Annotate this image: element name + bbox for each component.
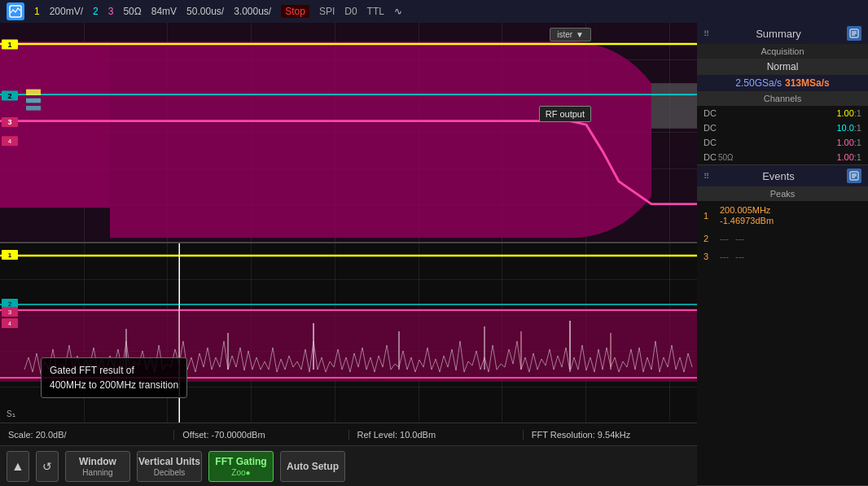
upper-waveforms-svg: 1 2 3 4 — [0, 23, 697, 242]
trigger-label: ister — [557, 30, 572, 39]
d0-label: D0 — [344, 6, 357, 17]
events-doc-icon[interactable] — [847, 169, 861, 183]
auto-setup-button[interactable]: Auto Setup — [280, 451, 345, 482]
mode-label[interactable]: Stop — [281, 5, 309, 18]
svg-rect-2 — [651, 83, 697, 129]
ch3-row: DC 1.00 :1 — [697, 135, 868, 150]
ch3-probe-val: 1.00 — [836, 138, 853, 147]
peak3-dash2: --- — [735, 252, 744, 261]
svg-text:2: 2 — [8, 300, 12, 308]
vert-units-button[interactable]: Vertical Units Decibels — [137, 451, 202, 482]
ch1-row: DC 1.00 :1 — [697, 106, 868, 120]
ch1-coupling: DC — [704, 108, 717, 118]
svg-text:2: 2 — [7, 92, 11, 100]
fft-annotation-line1: Gated FFT result of — [50, 365, 134, 376]
ch4-probe-unit: :1 — [854, 152, 861, 162]
ch3-probe-unit: :1 — [854, 138, 861, 147]
svg-text:1: 1 — [8, 252, 12, 259]
fft-res-label: FFT Resolution: 9.54kHz — [532, 430, 630, 440]
svg-rect-3 — [26, 90, 41, 95]
fft-annotation: Gated FFT result of 400MHz to 200MHz tra… — [41, 357, 187, 398]
acquisition-mode: Normal — [697, 59, 868, 75]
ch2-row: DC 10.0 :1 — [697, 120, 868, 135]
chevron-down-icon: ▼ — [576, 30, 584, 39]
ch2-probe-val: 10.0 — [836, 123, 853, 133]
peak2-dash: --- — [720, 234, 729, 243]
peak-row-2: 2 --- --- — [697, 230, 868, 247]
ch4-probe-val: 1.00 — [836, 152, 853, 162]
svg-rect-4 — [26, 99, 41, 103]
ch3-coupling: DC — [704, 138, 717, 147]
window-title: Window — [79, 456, 116, 467]
vert-units-title: Vertical Units — [138, 456, 200, 467]
ch2-coupling: DC — [704, 123, 717, 133]
nav-up-button[interactable]: ▲ — [7, 451, 29, 482]
peak-row-1: 1 200.005MHz -1.46973dBm — [697, 201, 868, 230]
ch4-impedance: 50Ω — [718, 153, 734, 162]
svg-text:4: 4 — [8, 321, 11, 326]
upper-waveform-pane[interactable]: 1 2 3 4 ister ▼ RF output — [0, 23, 697, 243]
ch4-row: DC 50Ω 1.00 :1 — [697, 150, 868, 164]
events-drag-handle: ⠿ — [704, 172, 710, 181]
ch4-coupling: DC — [704, 152, 717, 162]
events-section: ⠿ Events Peaks 1 200.005MHz -1.46973dBm … — [697, 165, 868, 486]
summary-drag-handle: ⠿ — [704, 29, 710, 38]
acquisition-label: Acquisition — [761, 46, 804, 56]
fft-gating-title: FFT Gating — [215, 456, 266, 467]
ch3-label: 3 — [108, 6, 114, 17]
summary-section: ⠿ Summary Acquisition Normal 2.50GSa/s 3… — [697, 23, 868, 165]
offset-section: Offset: -70.0000dBm — [174, 430, 349, 440]
fft-gating-sub: Zoo● — [231, 468, 250, 477]
time-div-label: 50.00us/ — [186, 6, 224, 17]
acquisition-rate1: 2.50GSa/s — [735, 77, 782, 89]
ch1-volt: 200mV/ — [50, 6, 83, 17]
peak1-freq: 200.005MHz — [720, 205, 774, 215]
scale-label: Scale: 20.0dB/ — [8, 430, 67, 440]
acquisition-row: Acquisition — [697, 44, 868, 59]
peak3-dash: --- — [720, 252, 729, 261]
ref-level-section: Ref Level: 10.0dBm — [349, 430, 524, 440]
offset-label: Offset: -70.0000dBm — [182, 430, 265, 440]
summary-header: ⠿ Summary — [697, 23, 868, 44]
trig-time-label: 3.000us/ — [234, 6, 271, 17]
main-content: 1 2 3 4 ister ▼ RF output — [0, 23, 868, 486]
spi-label: SPI — [319, 6, 335, 17]
voltage-label: 84mV — [151, 6, 177, 17]
peak2-dash2: --- — [735, 234, 744, 243]
fft-annotation-line2: 400MHz to 200MHz transition — [50, 379, 178, 391]
peaks-label: Peaks — [697, 186, 868, 201]
peak2-num: 2 — [704, 234, 713, 243]
trigger-button[interactable]: ister ▼ — [550, 28, 591, 42]
window-button[interactable]: Window Hanning — [65, 451, 130, 482]
summary-doc-icon[interactable] — [847, 26, 861, 41]
peak1-power: -1.46973dBm — [720, 216, 774, 225]
ch2-probe-unit: :1 — [854, 123, 861, 133]
scope-display: 1 2 3 4 ister ▼ RF output — [0, 23, 697, 486]
acquisition-mode-value: Normal — [767, 61, 799, 72]
svg-text:3: 3 — [8, 309, 12, 316]
fft-gating-button[interactable]: FFT Gating Zoo● — [208, 451, 274, 482]
ttl-label: TTL — [367, 6, 384, 17]
peak-row-3: 3 --- --- — [697, 247, 868, 265]
acquisition-rate2: 313MSa/s — [785, 77, 830, 89]
svg-text:3: 3 — [7, 119, 11, 127]
ref-level-label: Ref Level: 10.0dBm — [357, 430, 436, 440]
lower-fft-pane[interactable]: FFT 1 2 3 4 Gated FFT result of 400MHz t… — [0, 243, 697, 423]
svg-text:4: 4 — [8, 138, 12, 146]
bottom-info-bar: Scale: 20.0dB/ Offset: -70.0000dBm Ref L… — [0, 423, 697, 445]
events-header: ⠿ Events — [697, 165, 868, 186]
impedance-label: 50Ω — [123, 6, 141, 17]
rf-output-tooltip: RF output — [539, 106, 591, 122]
scope-icon[interactable] — [7, 2, 24, 20]
status-bar: 1 200mV/ 2 3 50Ω 84mV 50.00us/ 3.000us/ … — [0, 0, 868, 23]
bottom-toolbar: ▲ ↺ Window Hanning Vertical Units Decibe… — [0, 445, 697, 486]
auto-setup-title: Auto Setup — [287, 461, 339, 472]
right-panel: ⠿ Summary Acquisition Normal 2.50GSa/s 3… — [697, 23, 868, 486]
ch1-probe-val: 1.00 — [836, 108, 853, 118]
summary-title: Summary — [756, 28, 801, 40]
refresh-button[interactable]: ↺ — [36, 451, 59, 482]
window-sub: Hanning — [82, 468, 112, 477]
peak3-num: 3 — [704, 252, 713, 261]
ch1-probe-unit: :1 — [854, 108, 861, 118]
svg-text:1: 1 — [7, 41, 11, 49]
